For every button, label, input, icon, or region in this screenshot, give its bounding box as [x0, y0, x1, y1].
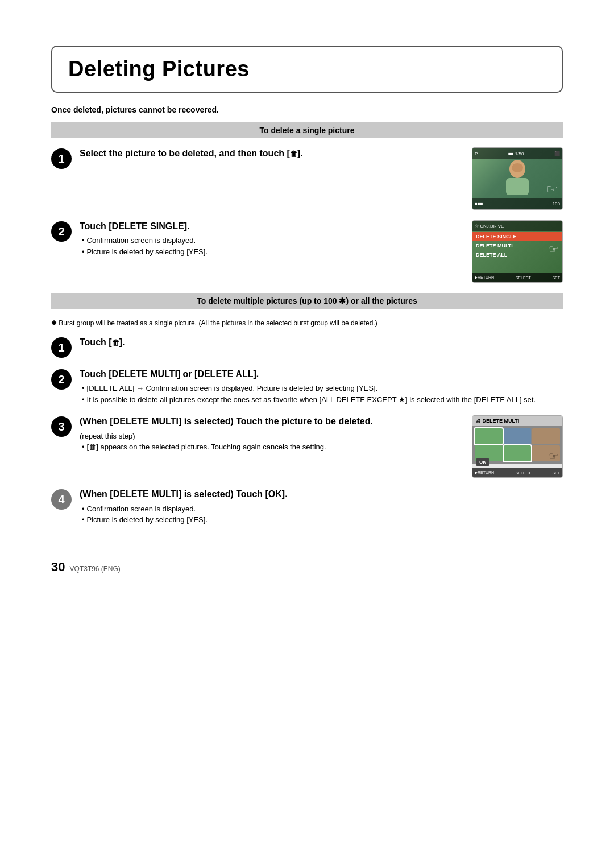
menu-select: SELECT [516, 276, 531, 280]
step-multi-2: 2 Touch [DELETE MULTI] or [DELETE ALL]. … [51, 368, 563, 405]
multi-header: 🖨 DELETE MULTI [472, 416, 562, 426]
thumb-5 [504, 445, 532, 461]
page-number: 30 [51, 560, 65, 574]
delete-multi-preview: 🖨 DELETE MULTI OK ☞ ▶RETURN SELECT SET [472, 415, 563, 478]
step-m4-bullet1: Confirmation screen is displayed. [82, 503, 563, 515]
camera-preview-single: P ■■ 1/50 ⬛ ■■■ 100 ☞ [472, 147, 563, 210]
step-multi-1: 1 Touch [🗑]. [51, 336, 563, 358]
cam-bottom-bar: ■■■ 100 [472, 198, 562, 209]
step-single-1: 1 Select the picture to be deleted, and … [51, 147, 563, 210]
cam-count: 100 [553, 201, 560, 206]
cam-top-bar: P ■■ 1/50 ⬛ [472, 148, 562, 159]
step-single-2-left: 2 Touch [DELETE SINGLE]. Confirmation sc… [51, 220, 464, 257]
section2-header: To delete multiple pictures (up to 100 ✱… [51, 293, 563, 309]
multi-touch-icon: ☞ [549, 449, 559, 463]
menu-delete-single: DELETE SINGLE [472, 232, 562, 241]
svg-point-2 [512, 163, 523, 172]
step-m1-main: Touch [🗑]. [80, 336, 563, 349]
step-m2-bullet2: It is possible to delete all pictures ex… [82, 394, 563, 406]
cam-mode: P [475, 151, 478, 156]
step-s1-main: Select the picture to be deleted, and th… [80, 147, 464, 160]
step-m4-main: (When [DELETE MULTI] is selected) Touch … [80, 488, 563, 501]
step-m3-main: (When [DELETE MULTI] is selected) Touch … [80, 415, 464, 428]
step-m3-subnote: (repeat this step) [80, 431, 464, 442]
cam-info: ■■ 1/50 [508, 151, 524, 156]
menu-set: SET [552, 276, 560, 280]
step-multi-3: 3 (When [DELETE MULTI] is selected) Touc… [51, 415, 563, 478]
delete-menu-preview: ☆ CNJ.DRIVE DELETE SINGLE DELETE MULTI D… [472, 220, 563, 283]
step-single-1-left: 1 Select the picture to be deleted, and … [51, 147, 464, 169]
touch-icon-single: ☞ [546, 182, 558, 197]
title-box: Deleting Pictures [51, 46, 563, 93]
step-content-m1: Touch [🗑]. [80, 336, 563, 351]
multi-title: 🖨 DELETE MULTI [476, 418, 519, 424]
page-title: Deleting Pictures [68, 57, 546, 81]
thumb-1 [475, 428, 503, 444]
warning-text: Once deleted, pictures cannot be recover… [51, 105, 563, 114]
cam-battery: ⬛ [554, 151, 560, 156]
step-s2-bullet2: Picture is deleted by selecting [YES]. [82, 246, 464, 258]
step-number-m4: 4 [51, 489, 72, 510]
step-m3-bullet1: [🗑] appears on the selected pictures. To… [82, 441, 464, 453]
svg-rect-1 [506, 178, 529, 195]
ok-button-preview: OK [476, 458, 489, 466]
step-multi-3-left: 3 (When [DELETE MULTI] is selected) Touc… [51, 415, 464, 452]
multi-return: ▶RETURN [475, 470, 494, 475]
step-s2-bullet1: Confirmation screen is displayed. [82, 235, 464, 246]
thumb-2 [504, 428, 532, 444]
asterisk-note: ✱ Burst group will be treated as a singl… [51, 318, 563, 328]
step-content-s1: Select the picture to be deleted, and th… [80, 147, 464, 162]
menu-bottom-bar: ▶RETURN SELECT SET [472, 273, 562, 282]
step-content-m3: (When [DELETE MULTI] is selected) Touch … [80, 415, 464, 452]
step-single-2: 2 Touch [DELETE SINGLE]. Confirmation sc… [51, 220, 563, 283]
page-code: VQT3T96 (ENG) [69, 565, 120, 573]
step-content-m4: (When [DELETE MULTI] is selected) Touch … [80, 488, 563, 525]
step-content-s2: Touch [DELETE SINGLE]. Confirmation scre… [80, 220, 464, 257]
thumb-3 [532, 428, 560, 444]
step-number-s1: 1 [51, 148, 72, 169]
step-number-m1: 1 [51, 337, 72, 358]
step-m2-main: Touch [DELETE MULTI] or [DELETE ALL]. [80, 368, 563, 381]
section1-header: To delete a single picture [51, 122, 563, 138]
menu-return: ▶RETURN [475, 275, 494, 280]
step-m2-bullet1: [DELETE ALL] → Confirmation screen is di… [82, 383, 563, 394]
page-footer: 30 VQT3T96 (ENG) [51, 560, 563, 574]
menu-touch-icon: ☞ [549, 242, 559, 256]
step-number-m2: 2 [51, 369, 72, 390]
step-multi-4: 4 (When [DELETE MULTI] is selected) Touc… [51, 488, 563, 525]
step-m4-bullet2: Picture is deleted by selecting [YES]. [82, 514, 563, 526]
step-content-m2: Touch [DELETE MULTI] or [DELETE ALL]. [D… [80, 368, 563, 405]
step-number-m3: 3 [51, 416, 72, 437]
multi-select: SELECT [516, 471, 531, 475]
multi-bottom-bar: ▶RETURN SELECT SET [472, 468, 562, 477]
step-number-s2: 2 [51, 221, 72, 242]
cam-bottom-info: ■■■ [475, 201, 483, 206]
step-s2-main: Touch [DELETE SINGLE]. [80, 220, 464, 233]
multi-set: SET [552, 471, 560, 475]
